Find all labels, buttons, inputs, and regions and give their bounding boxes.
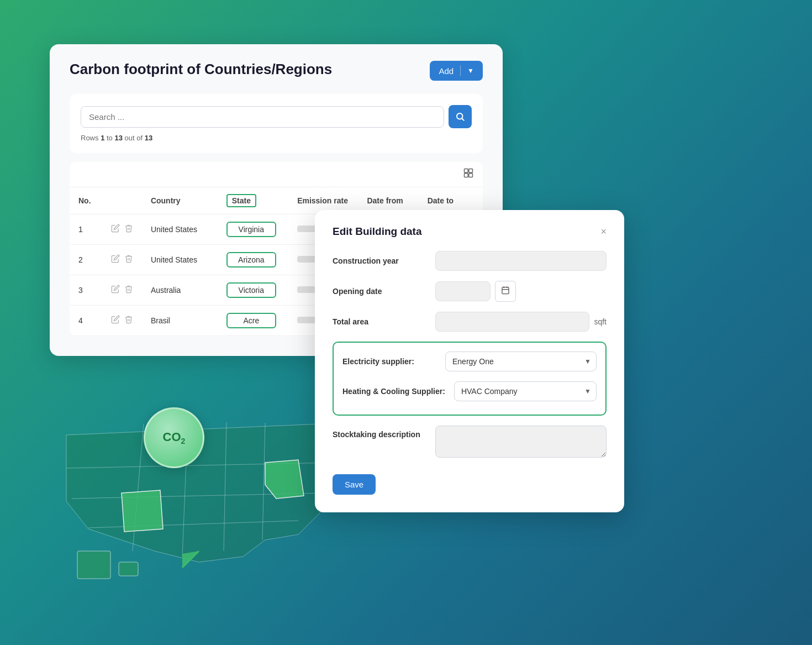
edit-icon[interactable] <box>111 285 120 296</box>
electricity-supplier-select[interactable]: Energy One Energy Two Energy Three <box>445 352 597 371</box>
row-1-state: Virginia <box>218 214 288 245</box>
svg-rect-4 <box>465 174 468 177</box>
svg-rect-5 <box>469 174 473 177</box>
construction-year-row: Construction year <box>333 251 607 271</box>
search-container: Rows 1 to 13 out of 13 <box>70 94 483 153</box>
opening-date-control <box>435 281 607 302</box>
delete-icon[interactable] <box>124 224 133 235</box>
row-2-country: United States <box>142 245 218 275</box>
opening-date-label: Opening date <box>333 287 426 296</box>
opening-date-input[interactable] <box>435 281 491 301</box>
card-header: Carbon footprint of Countries/Regions Ad… <box>70 61 483 81</box>
heating-cooling-row: Heating & Cooling Supplier: HVAC Company… <box>342 381 597 401</box>
total-area-row: Total area sqft <box>333 312 607 332</box>
row-4-no: 4 <box>70 306 102 336</box>
stocktaking-textarea[interactable] <box>435 426 607 458</box>
electricity-supplier-control: Energy One Energy Two Energy Three ▼ <box>445 352 597 371</box>
rows-start: 1 <box>101 134 104 142</box>
co2-sub: 2 <box>181 437 186 445</box>
modal-close-button[interactable]: × <box>600 227 607 237</box>
col-header-actions <box>102 187 142 214</box>
search-row <box>81 105 472 128</box>
total-area-control: sqft <box>435 312 607 332</box>
electricity-supplier-label: Electricity supplier: <box>342 357 436 366</box>
opening-date-row: Opening date <box>333 281 607 302</box>
row-3-country: Australia <box>142 275 218 306</box>
row-2-state: Arizona <box>218 245 288 275</box>
row-4-actions <box>102 306 142 336</box>
row-2-no: 2 <box>70 245 102 275</box>
row-4-state: Acre <box>218 306 288 336</box>
supplier-section: Electricity supplier: Energy One Energy … <box>333 342 607 416</box>
total-area-unit: sqft <box>594 317 607 326</box>
co2-text: CO2 <box>163 430 186 445</box>
delete-icon[interactable] <box>124 254 133 265</box>
layout-icon[interactable] <box>463 167 474 181</box>
co2-bubble: CO2 <box>144 407 204 468</box>
page-title: Carbon footprint of Countries/Regions <box>70 61 332 78</box>
edit-icon[interactable] <box>111 315 120 326</box>
delete-icon[interactable] <box>124 315 133 326</box>
rows-end: 13 <box>114 134 122 142</box>
heating-cooling-control: HVAC Company HVAC Pro Climate Control ▼ <box>454 381 597 401</box>
search-button[interactable] <box>449 105 472 128</box>
table-toolbar <box>70 162 483 187</box>
svg-rect-13 <box>77 551 110 579</box>
rows-total: 13 <box>145 134 152 142</box>
col-header-country: Country <box>142 187 218 214</box>
svg-rect-15 <box>502 287 509 294</box>
stocktaking-control <box>435 426 607 460</box>
add-label: Add <box>439 66 454 76</box>
row-2-actions <box>102 245 142 275</box>
calendar-icon <box>501 286 510 295</box>
construction-year-label: Construction year <box>333 256 426 265</box>
map-area: CO2 <box>33 391 342 612</box>
svg-rect-3 <box>469 169 473 173</box>
row-1-no: 1 <box>70 214 102 245</box>
svg-rect-14 <box>119 562 138 576</box>
stocktaking-row: Stocktaking description <box>333 426 607 460</box>
delete-icon[interactable] <box>124 285 133 296</box>
save-button[interactable]: Save <box>333 474 376 495</box>
add-divider <box>460 65 461 76</box>
search-input[interactable] <box>81 106 444 128</box>
stocktaking-label: Stocktaking description <box>333 426 426 439</box>
row-4-country: Brasil <box>142 306 218 336</box>
col-header-no: No. <box>70 187 102 214</box>
modal-header: Edit Building data × <box>333 226 607 238</box>
row-3-actions <box>102 275 142 306</box>
heating-cooling-label: Heating & Cooling Supplier: <box>342 387 445 396</box>
heating-cooling-select[interactable]: HVAC Company HVAC Pro Climate Control <box>454 381 597 401</box>
add-button[interactable]: Add ▼ <box>430 61 483 81</box>
rows-info: Rows 1 to 13 out of 13 <box>81 134 472 142</box>
edit-icon[interactable] <box>111 254 120 265</box>
row-1-country: United States <box>142 214 218 245</box>
calendar-button[interactable] <box>495 281 516 302</box>
construction-year-control <box>435 251 607 271</box>
col-header-state: State <box>218 187 288 214</box>
add-caret-icon: ▼ <box>467 67 474 75</box>
modal-title: Edit Building data <box>333 226 422 238</box>
search-icon <box>455 112 465 122</box>
row-1-actions <box>102 214 142 245</box>
electricity-supplier-row: Electricity supplier: Energy One Energy … <box>342 352 597 371</box>
total-area-input[interactable] <box>435 312 589 332</box>
edit-icon[interactable] <box>111 224 120 235</box>
svg-rect-2 <box>465 169 468 173</box>
row-3-state: Victoria <box>218 275 288 306</box>
construction-year-input[interactable] <box>435 251 607 271</box>
co2-main: CO <box>163 430 181 444</box>
svg-line-1 <box>462 118 463 120</box>
row-3-no: 3 <box>70 275 102 306</box>
edit-building-modal: Edit Building data × Construction year O… <box>315 210 624 512</box>
total-area-label: Total area <box>333 317 426 326</box>
